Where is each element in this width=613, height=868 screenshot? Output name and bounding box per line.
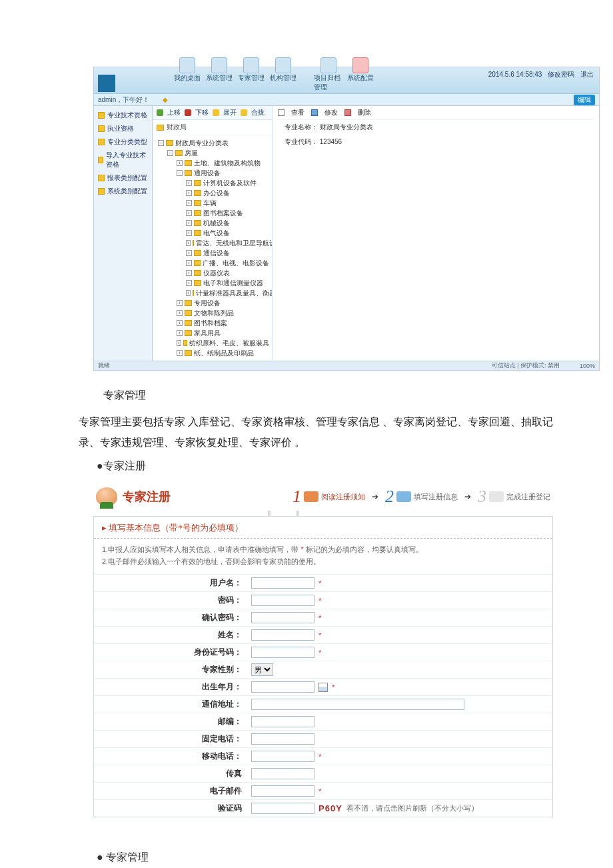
ribbon-tabs: 我的桌面 系统管理 专家管理 机构管理 项目归档管理 系统配置 — [173, 57, 375, 92]
email-input[interactable] — [251, 785, 314, 797]
expander-icon[interactable]: + — [186, 260, 192, 266]
expand-button[interactable]: 展开 — [223, 108, 237, 117]
name-input[interactable] — [251, 629, 314, 641]
row-mobile: 移动电话： * — [94, 747, 552, 765]
confirm-password-input[interactable] — [251, 612, 314, 623]
tree-node[interactable]: +图书和档案 — [177, 318, 269, 328]
status-text: 就绪 — [98, 361, 110, 370]
sidebar-item-practice-qual[interactable]: 执业资格 — [94, 122, 152, 135]
tree-node[interactable]: +家具用具 — [177, 328, 269, 338]
delete-button[interactable]: 删除 — [358, 108, 371, 117]
expander-icon[interactable]: − — [158, 140, 164, 146]
expander-icon[interactable]: − — [177, 170, 183, 176]
tree-node[interactable]: +车辆 — [186, 198, 269, 208]
tree-root[interactable]: −财政局专业分类表 — [158, 138, 269, 148]
detail-row-code: 专业代码： 123456 — [278, 135, 594, 149]
move-up-button[interactable]: 上移 — [167, 108, 181, 117]
sidebar-item-system-cfg[interactable]: 系统类别配置 — [94, 185, 152, 198]
expander-icon[interactable]: + — [177, 160, 183, 166]
folder-icon — [194, 200, 201, 206]
edit-button[interactable]: 修改 — [324, 108, 338, 117]
collapse-button[interactable]: 合拢 — [251, 108, 265, 117]
expander-icon[interactable]: + — [186, 290, 191, 296]
password-input[interactable] — [251, 595, 314, 606]
tree-node[interactable]: +机械设备 — [186, 218, 269, 228]
expander-icon[interactable]: + — [186, 250, 192, 256]
expander-icon[interactable]: + — [177, 300, 183, 306]
folder-icon — [98, 112, 105, 119]
tab-system[interactable]: 系统管理 — [205, 57, 234, 92]
mobile-input[interactable] — [251, 751, 314, 762]
tree-node[interactable]: +电气设备 — [186, 228, 269, 238]
tree-node[interactable]: +办公设备 — [186, 188, 269, 198]
sidebar-item-report-cfg[interactable]: 报表类别配置 — [94, 171, 152, 185]
status-bar: 就绪 可信站点 | 保护模式: 禁用 100% — [94, 361, 599, 370]
edit-mode-chip[interactable]: 编辑 — [574, 95, 595, 105]
field-label: 用户名： — [94, 575, 247, 591]
expander-icon[interactable]: + — [186, 200, 192, 206]
tree-node[interactable]: +土地、建筑物及构筑物 — [177, 158, 269, 168]
expander-icon[interactable]: + — [186, 220, 192, 226]
expander-icon[interactable]: + — [186, 240, 191, 246]
tree-node[interactable]: −房屋 — [167, 148, 269, 158]
logout-link[interactable]: 退出 — [580, 71, 594, 78]
captcha-input[interactable] — [251, 803, 314, 814]
tree-node[interactable]: +雷达、无线电和卫星导航设备 — [186, 238, 269, 248]
expander-icon[interactable]: + — [177, 310, 183, 316]
tab-org[interactable]: 机构管理 — [269, 57, 298, 92]
tab-config[interactable]: 系统配置 — [346, 57, 375, 92]
tab-expert[interactable]: 专家管理 — [237, 57, 266, 92]
tree-node[interactable]: +电子和通信测量仪器 — [186, 278, 269, 288]
move-down-button[interactable]: 下移 — [195, 108, 209, 117]
tree-node[interactable]: +广播、电视、电影设备 — [186, 258, 269, 268]
field-label: 身份证号码： — [94, 644, 247, 661]
username-input[interactable] — [251, 577, 314, 589]
address-input[interactable] — [251, 699, 464, 710]
tel-input[interactable] — [251, 733, 314, 745]
expander-icon[interactable]: − — [167, 150, 173, 156]
tree-node[interactable]: +文物和陈列品 — [177, 308, 269, 318]
tree-node[interactable]: +纺织原料、毛皮、被服装具 — [177, 338, 269, 348]
fax-input[interactable] — [251, 768, 314, 779]
sub-header: admin，下午好！ ◆ 编辑 — [94, 94, 599, 106]
tab-desktop[interactable]: 我的桌面 — [173, 57, 202, 92]
view-button[interactable]: 查看 — [291, 108, 305, 117]
tree-node[interactable]: +计算机设备及软件 — [186, 178, 269, 188]
step-3: 3完成注册登记 — [478, 487, 550, 507]
config-icon — [352, 57, 368, 73]
field-label: 传真 — [94, 765, 247, 782]
sidebar-item-pro-qual[interactable]: 专业技术资格 — [94, 109, 152, 122]
expander-icon[interactable]: + — [186, 280, 192, 286]
birth-input[interactable] — [251, 681, 314, 693]
bullet-expert-register: ●专家注册 — [97, 459, 613, 473]
expander-icon[interactable]: + — [186, 190, 192, 196]
captcha-image[interactable]: P60Y — [318, 803, 342, 813]
gender-select[interactable]: 男 — [251, 663, 273, 676]
expander-icon[interactable]: + — [186, 180, 192, 186]
tree-node[interactable]: +专用设备 — [177, 298, 269, 308]
zone-text: 可信站点 | 保护模式: 禁用 — [492, 361, 560, 370]
expander-icon[interactable]: + — [177, 330, 183, 336]
tree-node[interactable]: +通信设备 — [186, 248, 269, 258]
shield-icon — [243, 57, 259, 73]
calendar-icon[interactable] — [318, 683, 328, 692]
sidebar-item-import[interactable]: 导入专业技术资格 — [94, 149, 152, 171]
idcard-input[interactable] — [251, 647, 314, 658]
expander-icon[interactable]: + — [186, 210, 192, 216]
expander-icon[interactable]: + — [177, 340, 181, 346]
tree-node[interactable]: −通用设备 — [177, 168, 269, 178]
tree-node[interactable]: +计量标准器具及量具、衡器 — [186, 288, 269, 298]
tree-node[interactable]: +纸、纸制品及印刷品 — [177, 348, 269, 358]
tree-node[interactable]: +仪器仪表 — [186, 268, 269, 278]
zip-input[interactable] — [251, 716, 314, 727]
expander-icon[interactable]: + — [186, 230, 192, 236]
expander-icon[interactable]: + — [186, 270, 192, 276]
expander-icon[interactable]: + — [177, 320, 183, 326]
sidebar-item-category-type[interactable]: 专业分类类型 — [94, 135, 152, 149]
expander-icon[interactable]: + — [177, 350, 183, 356]
tree-node[interactable]: +图书档案设备 — [186, 208, 269, 218]
change-password-link[interactable]: 修改密码 — [548, 71, 574, 78]
row-zip: 邮编： — [94, 713, 552, 730]
tab-archive[interactable]: 项目归档管理 — [314, 57, 343, 92]
note-line: 2.电子邮件必须输入一个有效的地址，否则会影响专家功能的使用。 — [102, 556, 544, 568]
